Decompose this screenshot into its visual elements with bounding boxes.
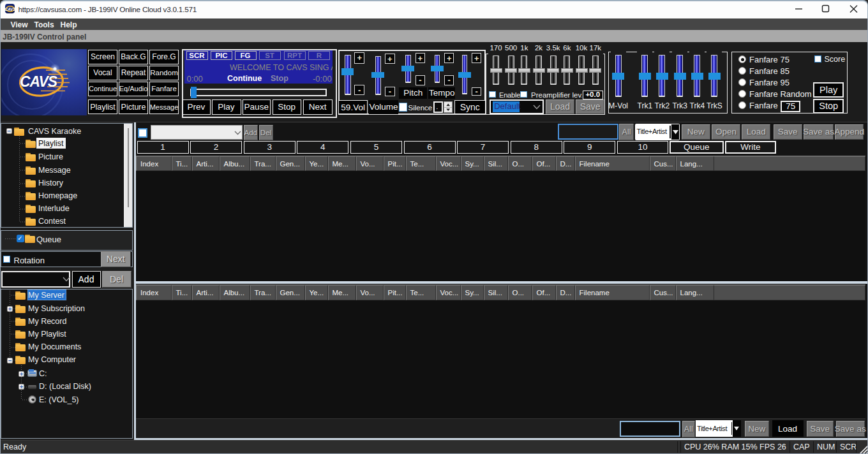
svg-text:CAVS: CAVS [20, 73, 58, 90]
svg-text:CAVS: CAVS [5, 7, 15, 11]
